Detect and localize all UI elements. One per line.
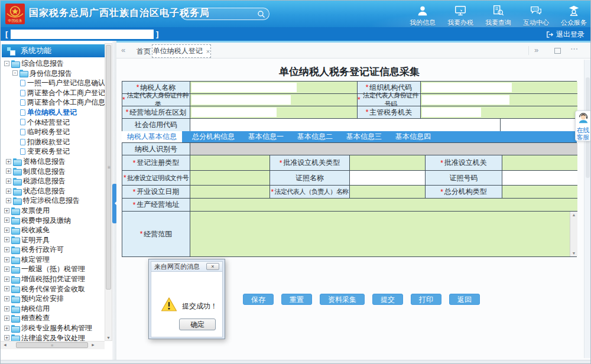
- sidebar-item-tax-relief[interactable]: +税收减免: [2, 225, 105, 235]
- sidebar-item-change-tax-reg[interactable]: 变更税务登记: [2, 147, 105, 157]
- sidebar-item-one-license-confirm[interactable]: 一照一码户登记信息确认: [2, 78, 105, 88]
- sidebar-item-legal-dispute[interactable]: +法律追究及争议处理: [2, 333, 105, 341]
- expand-icon[interactable]: +: [4, 237, 9, 242]
- sidebar-item-tax-credit[interactable]: +纳税信用: [2, 304, 105, 314]
- tab-unit-taxpayer-reg-active[interactable]: 单位纳税人登记 ×: [152, 44, 211, 58]
- expand-icon[interactable]: +: [4, 228, 9, 233]
- sidebar-item-tax-declaration[interactable]: +税费申报及缴纳: [2, 216, 105, 226]
- expand-icon[interactable]: +: [4, 335, 9, 340]
- collapse-expander-icon[interactable]: -: [4, 61, 9, 66]
- expand-icon[interactable]: +: [4, 326, 9, 331]
- field-tax-authority-input[interactable]: [421, 106, 577, 119]
- field-social-credit-code-extra[interactable]: [501, 119, 577, 131]
- sidebar-item-tax-source-info[interactable]: +税源信息报告: [2, 176, 105, 186]
- expand-icon[interactable]: +: [4, 266, 9, 272]
- field-reg-type-input[interactable]: [190, 155, 270, 171]
- expand-icon[interactable]: +: [4, 296, 9, 301]
- sidebar-item-audit-inspection[interactable]: +稽查检查: [2, 313, 105, 323]
- tab-close-icon[interactable]: ×: [206, 48, 210, 55]
- nav-public-service[interactable]: 公众服务: [555, 3, 591, 27]
- field-open-date-input[interactable]: [190, 186, 270, 199]
- print-button[interactable]: 打印: [411, 294, 441, 305]
- scrollbar-thumb[interactable]: ≡: [106, 45, 111, 290]
- sidebar-horizontal-scrollbar[interactable]: ◄ ≡ ►: [1, 341, 105, 349]
- section-tab-basic-2[interactable]: 基本信息二: [292, 131, 338, 142]
- textarea-scrollbar[interactable]: ▲ ▼: [570, 212, 577, 256]
- sidebar-item-identity-info[interactable]: -身份信息报告: [2, 69, 105, 79]
- expand-icon[interactable]: +: [4, 257, 9, 262]
- expand-icon[interactable]: +: [4, 217, 9, 223]
- sidebar-item-invoice-use[interactable]: +发票使用: [2, 206, 105, 216]
- section-tab-basic-info-active[interactable]: 纳税人基本信息: [122, 131, 182, 142]
- section-tab-basic-4[interactable]: 基本信息四: [390, 131, 436, 142]
- scroll-left-arrow-icon[interactable]: ◄: [3, 343, 7, 347]
- sidebar-item-vat-deduction[interactable]: +增值税抵扣凭证管理: [2, 274, 105, 284]
- sidebar-item-certificate-issue[interactable]: +证明开具: [2, 235, 105, 245]
- field-approval-org-type-input[interactable]: [350, 155, 426, 171]
- field-approval-doc-no-input[interactable]: [190, 171, 270, 186]
- sidebar-item-admin-license[interactable]: +税务行政许可: [2, 245, 105, 255]
- section-tab-basic-3[interactable]: 基本信息三: [341, 131, 387, 142]
- expand-icon[interactable]: +: [4, 286, 9, 291]
- dialog-title-bar[interactable]: 来自网页的消息 ×: [151, 261, 223, 272]
- sidebar-item-status-info[interactable]: +状态信息报告: [2, 186, 105, 196]
- maximize-window-icon[interactable]: [554, 48, 561, 54]
- section-tab-branch-info[interactable]: 总分机构信息: [187, 131, 240, 142]
- sidebar-item-temp-tax-reg[interactable]: 临时税务登记: [2, 127, 105, 137]
- sidebar-item-custody-funds[interactable]: +税务代保管资金收取: [2, 284, 105, 294]
- tab-more-menu-icon[interactable]: ⋯: [570, 44, 578, 53]
- sidebar-item-verification-mgmt[interactable]: +核定管理: [2, 255, 105, 265]
- sidebar-item-qualification-info[interactable]: +资格信息报告: [2, 157, 105, 167]
- field-approval-org-input[interactable]: [502, 155, 577, 171]
- field-branch-type-input[interactable]: [502, 186, 577, 199]
- expand-icon[interactable]: +: [6, 178, 11, 184]
- sidebar-item-individual-reg[interactable]: 个体经营登记: [2, 118, 105, 128]
- return-button[interactable]: 返回: [449, 294, 480, 305]
- field-business-scope-textarea[interactable]: ▲ ▼: [190, 212, 577, 256]
- sidebar-item-advance-pricing[interactable]: +预约定价安排: [2, 294, 105, 304]
- sidebar-item-general-refund[interactable]: +一般退（抵）税管理: [2, 264, 105, 274]
- sidebar-item-withholding-reg[interactable]: 扣缴税款登记: [2, 137, 105, 147]
- field-business-region-input[interactable]: [190, 106, 358, 119]
- logout-button[interactable]: 退出登录: [546, 30, 584, 40]
- field-legal-id-type-input[interactable]: [190, 94, 358, 106]
- sidebar-item-unit-taxpayer-reg-selected[interactable]: 单位纳税人登记: [2, 108, 105, 118]
- field-cert-no-input[interactable]: [502, 171, 577, 186]
- scroll-right-arrow-icon[interactable]: ►: [91, 343, 95, 347]
- expand-icon[interactable]: +: [6, 159, 11, 164]
- expand-icon[interactable]: +: [4, 208, 9, 213]
- save-button[interactable]: 保存: [243, 294, 274, 305]
- field-social-credit-code-input[interactable]: [190, 119, 501, 131]
- expand-icon[interactable]: +: [4, 316, 9, 321]
- collapse-expander-icon[interactable]: -: [12, 70, 18, 76]
- expand-icon[interactable]: +: [4, 306, 9, 311]
- expand-icon[interactable]: +: [6, 198, 11, 203]
- scrollbar-thumb[interactable]: ≡: [16, 342, 88, 348]
- field-legal-id-number-input[interactable]: [421, 94, 577, 106]
- nav-do-tax[interactable]: 我要办税: [441, 3, 479, 27]
- sidebar-vertical-scrollbar[interactable]: ≡ ▼: [105, 43, 112, 341]
- dialog-close-icon[interactable]: ×: [206, 263, 219, 270]
- search-input[interactable]: [187, 9, 254, 19]
- sidebar-item-specific-tax-info[interactable]: +特定涉税信息报告: [2, 196, 105, 206]
- field-legal-person-name-input[interactable]: [350, 186, 426, 199]
- expand-icon[interactable]: +: [6, 188, 11, 194]
- dialog-ok-button[interactable]: 确定: [179, 318, 216, 330]
- online-service-widget[interactable]: 在线客服: [575, 110, 591, 141]
- main-vertical-scrollbar[interactable]: [584, 60, 590, 358]
- sidebar-item-two-cert-info-change[interactable]: 两证整合个体工商户信息变更: [2, 98, 105, 108]
- nav-my-info[interactable]: 我的信息: [404, 3, 441, 27]
- scroll-down-arrow-icon[interactable]: ▼: [106, 336, 111, 340]
- expand-icon[interactable]: +: [4, 247, 9, 252]
- nav-interactive-center[interactable]: 互动中心: [517, 3, 555, 27]
- nav-query[interactable]: 我要查询: [479, 3, 517, 27]
- submit-button[interactable]: 提交: [372, 294, 403, 305]
- field-org-code-input[interactable]: [421, 82, 577, 94]
- sidebar-item-tax-service-agency[interactable]: +涉税专业服务机构管理: [2, 323, 105, 333]
- tab-scroll-right-icon[interactable]: »: [534, 46, 538, 54]
- sidebar-item-two-cert-reg-confirm[interactable]: 两证整合个体工商户登记信息确认: [2, 88, 105, 98]
- header-search-box[interactable]: [181, 8, 269, 20]
- expand-icon[interactable]: +: [4, 277, 9, 282]
- field-taxpayer-name-input[interactable]: [190, 82, 358, 94]
- expand-icon[interactable]: +: [6, 168, 11, 174]
